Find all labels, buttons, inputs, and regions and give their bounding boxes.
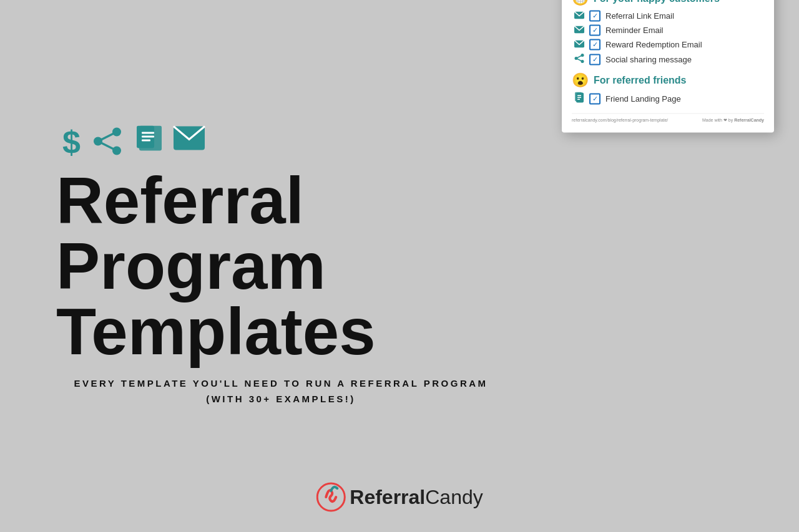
referral-link-checkbox: ✓: [589, 10, 600, 21]
item-reminder: ✓ Reminder Email: [572, 24, 764, 36]
svg-line-4: [98, 141, 117, 150]
footer-url: referralcandy.com/blog/referral-program-…: [572, 118, 668, 122]
section2-header: 😁 For your happy customers: [572, 0, 764, 6]
logo-icon: [316, 482, 346, 512]
item-social: ✓ Social sharing message: [572, 53, 764, 65]
reminder-mail-icon: [574, 24, 584, 36]
logo-referral: Referral: [350, 486, 425, 508]
mail-icon: [173, 125, 205, 162]
main-title: Referral Program Templates: [56, 167, 376, 364]
title-line2: Program: [56, 233, 376, 298]
logo-text: ReferralCandy: [350, 486, 483, 509]
bottom-logo: ReferralCandy: [316, 482, 483, 512]
logo-candy: Candy: [425, 486, 483, 508]
svg-line-28: [576, 58, 582, 61]
section3-header: 😮 For referred friends: [572, 72, 764, 88]
card-footer: referralcandy.com/blog/referral-program-…: [572, 113, 764, 122]
item-reward: ✓ Reward Redemption Email: [572, 39, 764, 50]
reward-mail-icon: [574, 39, 584, 50]
main-content-area: $: [56, 125, 743, 407]
reward-checkbox: ✓: [589, 39, 600, 50]
section3-title: For referred friends: [594, 74, 686, 85]
title-line3: Templates: [56, 298, 376, 364]
page-background: $: [0, 0, 799, 532]
subtitle-text: EVERY TEMPLATE YOU'LL NEED TO RUN A REFE…: [56, 375, 506, 407]
social-label: Social sharing message: [605, 55, 692, 64]
svg-line-3: [98, 132, 117, 141]
title-line1: Referral: [56, 167, 376, 233]
share-icon: [92, 125, 123, 162]
document-icon: [134, 125, 162, 162]
social-share-icon: [574, 53, 584, 65]
social-checkbox: ✓: [589, 54, 600, 65]
svg-rect-9: [142, 139, 150, 141]
friend-doc-icon: [574, 92, 584, 105]
reminder-checkbox: ✓: [589, 24, 600, 36]
svg-line-27: [576, 55, 582, 58]
left-column: $: [56, 125, 506, 407]
section2-emoji: 😁: [572, 0, 589, 6]
item-friend-landing: ✓ Friend Landing Page: [572, 92, 764, 105]
section2-title: For your happy customers: [594, 0, 720, 4]
svg-rect-8: [142, 135, 154, 137]
reward-label: Reward Redemption Email: [605, 40, 702, 49]
item-referral-link: ✓ Referral Link Email: [572, 10, 764, 21]
referral-link-label: Referral Link Email: [605, 11, 674, 21]
made-by-text: Made with ❤ by: [702, 117, 733, 122]
svg-rect-6: [139, 125, 162, 150]
referral-mail-icon: [574, 10, 584, 21]
section3-emoji: 😮: [572, 72, 589, 88]
footer-made-by: Made with ❤ by ReferralCandy: [702, 117, 764, 122]
dollar-icon: $: [62, 125, 81, 162]
friend-checkbox: ✓: [589, 93, 600, 104]
svg-rect-7: [142, 132, 154, 133]
checklist-card: Referral Program Templates CHECKLIST OF …: [562, 0, 774, 132]
referralcandy-brand: ReferralCandy: [734, 118, 764, 122]
reminder-label: Reminder Email: [605, 26, 663, 35]
svg-rect-31: [577, 95, 581, 96]
svg-rect-33: [577, 99, 580, 100]
icon-row: $: [62, 125, 205, 162]
svg-rect-32: [577, 97, 581, 98]
friend-label: Friend Landing Page: [605, 94, 681, 104]
